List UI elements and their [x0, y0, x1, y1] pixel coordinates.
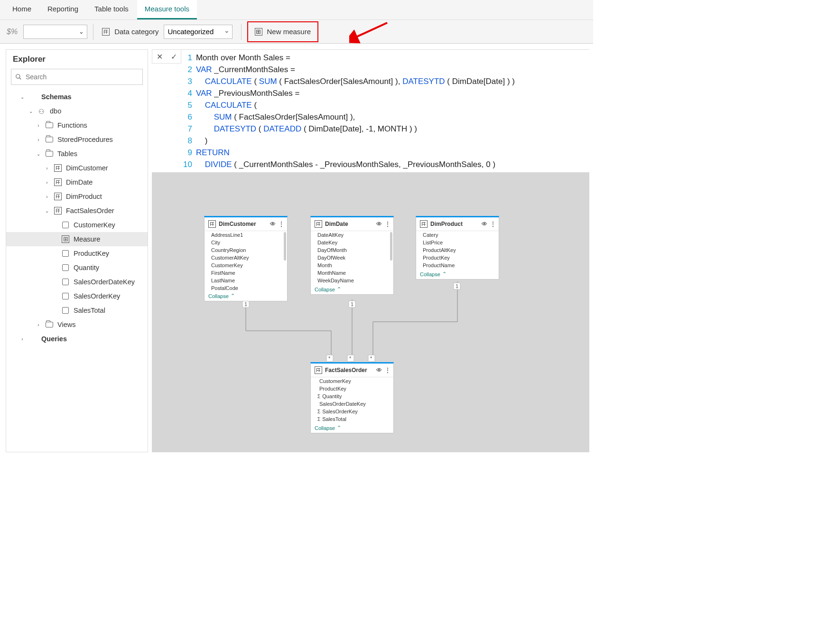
tree-folder-views[interactable]: ›Views: [6, 317, 148, 332]
chevron-down-icon: ⌄: [79, 28, 84, 35]
card-field[interactable]: ΣSalesOrderKey: [317, 408, 393, 415]
card-field[interactable]: Catery: [423, 231, 499, 239]
card-field[interactable]: ProductAltKey: [423, 246, 499, 254]
scrollbar[interactable]: [390, 232, 392, 261]
card-header[interactable]: DimDate 👁 ⋮: [311, 217, 393, 231]
card-field[interactable]: LastName: [211, 277, 287, 284]
card-field[interactable]: PostalCode: [211, 284, 287, 291]
card-field[interactable]: DayOfWeek: [317, 254, 393, 261]
card-field[interactable]: ListPrice: [423, 239, 499, 246]
scrollbar[interactable]: [284, 232, 286, 261]
collapse-button[interactable]: Collapse ⌃: [416, 269, 499, 279]
format-dropdown[interactable]: ⌄: [23, 25, 87, 39]
tree-folder-storedprocedures[interactable]: ›StoredProcedures: [6, 132, 148, 147]
card-field[interactable]: ProductKey: [317, 385, 393, 392]
tree-table-dimproduct[interactable]: ›DimProduct: [6, 189, 148, 204]
chevron-icon: ›: [44, 180, 50, 185]
visibility-icon[interactable]: 👁: [376, 367, 382, 373]
card-field[interactable]: WeekDayName: [317, 277, 393, 284]
commit-button[interactable]: ✓: [167, 50, 181, 63]
ribbon-tab-home[interactable]: Home: [5, 0, 39, 19]
chevron-icon: ⌄: [28, 109, 34, 114]
card-header[interactable]: FactSalesOrder 👁 ⋮: [311, 364, 393, 377]
card-field[interactable]: Month: [317, 261, 393, 269]
tree-folder-tables[interactable]: ⌄Tables: [6, 147, 148, 161]
new-measure-label: New measure: [267, 28, 311, 36]
tree-column-customerkey[interactable]: CustomerKey: [6, 218, 148, 232]
tree-icon: [61, 222, 70, 228]
visibility-icon[interactable]: 👁: [270, 221, 276, 227]
tree-column-quantity[interactable]: Quantity: [6, 261, 148, 275]
collapse-button[interactable]: Collapse ⌃: [311, 423, 393, 433]
svg-rect-5: [349, 301, 355, 308]
tree-column-productkey[interactable]: ProductKey: [6, 246, 148, 261]
cancel-button[interactable]: ✕: [152, 50, 167, 63]
more-icon[interactable]: ⋮: [490, 221, 496, 227]
tree-label: SalesOrderKey: [74, 292, 120, 300]
chevron-up-icon: ⌃: [337, 425, 341, 431]
tree-label: DimDate: [66, 178, 93, 186]
tree-icon: [45, 137, 54, 142]
card-field[interactable]: CustomerKey: [317, 377, 393, 385]
tree-label: Queries: [41, 335, 67, 343]
card-field[interactable]: CustomerAltKey: [211, 254, 287, 261]
collapse-button[interactable]: Collapse ⌃: [205, 291, 287, 301]
card-field[interactable]: City: [211, 239, 287, 246]
visibility-icon[interactable]: 👁: [376, 221, 382, 227]
data-category-select[interactable]: Uncategorized: [164, 25, 232, 39]
tree-column-salesorderdatekey[interactable]: SalesOrderDateKey: [6, 275, 148, 289]
tree-column-salestotal[interactable]: SalesTotal: [6, 303, 148, 317]
format-icon: $%: [7, 28, 18, 36]
svg-text:1: 1: [244, 301, 247, 307]
ribbon-tab-reporting[interactable]: Reporting: [40, 0, 86, 19]
card-field[interactable]: DateAltKey: [317, 231, 393, 239]
tree-table-factsalesorder[interactable]: ⌄FactSalesOrder: [6, 204, 148, 218]
card-header[interactable]: DimCustomer 👁 ⋮: [205, 217, 287, 231]
card-field[interactable]: SalesOrderDateKey: [317, 400, 393, 408]
card-field[interactable]: AddressLine1: [211, 231, 287, 239]
card-field[interactable]: CustomerKey: [211, 261, 287, 269]
category-icon: [102, 28, 110, 36]
card-field[interactable]: FirstName: [211, 269, 287, 277]
model-canvas[interactable]: 1*1*1* DimCustomer 👁 ⋮ AddressLine1CityC…: [152, 172, 589, 452]
collapse-button[interactable]: Collapse ⌃: [311, 284, 393, 294]
tree-icon: [45, 151, 54, 157]
tree-table-dimcustomer[interactable]: ›DimCustomer: [6, 161, 148, 175]
more-icon[interactable]: ⋮: [385, 367, 391, 373]
tree-label: Functions: [57, 121, 87, 129]
card-field[interactable]: MonthName: [317, 269, 393, 277]
diagram-card-dimdate[interactable]: DimDate 👁 ⋮ DateAltKeyDateKeyDayOfMonthD…: [310, 216, 394, 295]
formula-editor[interactable]: 12345678910 Month over Month Sales = VAR…: [181, 49, 589, 172]
tree-column-salesorderkey[interactable]: SalesOrderKey: [6, 289, 148, 303]
table-icon: [315, 220, 322, 228]
card-header[interactable]: DimProduct 👁 ⋮: [416, 217, 499, 231]
more-icon[interactable]: ⋮: [385, 221, 391, 227]
tree-queries[interactable]: ›Queries: [6, 332, 148, 346]
ribbon-tab-table-tools[interactable]: Table tools: [87, 0, 136, 19]
svg-rect-1: [242, 301, 249, 308]
card-field[interactable]: DayOfMonth: [317, 246, 393, 254]
card-field[interactable]: ΣSalesTotal: [317, 415, 393, 423]
tree-label: FactSalesOrder: [66, 207, 114, 215]
chevron-icon: ⌄: [19, 94, 25, 100]
tree-column-measure[interactable]: Measure: [6, 232, 148, 246]
new-measure-button[interactable]: New measure: [247, 21, 319, 42]
tree-schemas[interactable]: ⌄Schemas: [6, 90, 148, 104]
tree-table-dimdate[interactable]: ›DimDate: [6, 175, 148, 189]
tree-schema-dbo[interactable]: ⌄dbo: [6, 104, 148, 118]
tree-folder-functions[interactable]: ›Functions: [6, 118, 148, 132]
ribbon-tabs: HomeReportingTable toolsMeasure tools: [0, 0, 593, 20]
more-icon[interactable]: ⋮: [279, 221, 284, 227]
diagram-card-dimcustomer[interactable]: DimCustomer 👁 ⋮ AddressLine1CityCountryR…: [204, 216, 288, 301]
card-field[interactable]: ΣQuantity: [317, 392, 393, 400]
visibility-icon[interactable]: 👁: [482, 221, 487, 227]
diagram-card-dimproduct[interactable]: DimProduct 👁 ⋮ CateryListPriceProductAlt…: [416, 216, 499, 280]
table-icon: [420, 220, 428, 228]
card-field[interactable]: CountryRegion: [211, 246, 287, 254]
search-input[interactable]: [11, 69, 143, 85]
card-field[interactable]: DateKey: [317, 239, 393, 246]
diagram-card-factsalesorder[interactable]: FactSalesOrder 👁 ⋮ CustomerKeyProductKey…: [310, 362, 394, 433]
ribbon-tab-measure-tools[interactable]: Measure tools: [137, 0, 197, 19]
card-field[interactable]: ProductName: [423, 261, 499, 269]
card-field[interactable]: ProductKey: [423, 254, 499, 261]
